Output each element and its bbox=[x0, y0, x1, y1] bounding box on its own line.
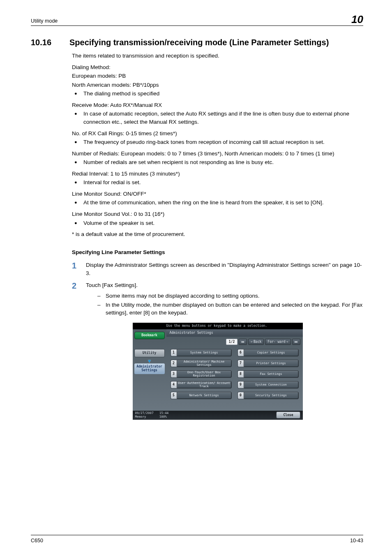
fax-settings-button[interactable]: Fax Settings bbox=[244, 370, 299, 378]
procedure-heading: Specifying Line Parameter Settings bbox=[72, 248, 363, 257]
line-monitor-sound-bullet: At the time of communication, when the r… bbox=[72, 199, 363, 207]
rx-rings-bullet: The frequency of pseudo ring-back tones … bbox=[72, 138, 363, 146]
section-title: 10.16Specifying transmission/receiving m… bbox=[31, 37, 363, 49]
menu-number: 0 bbox=[238, 392, 244, 399]
page-footer: C650 10-43 bbox=[31, 535, 363, 544]
system-settings-button[interactable]: System Settings bbox=[177, 349, 232, 356]
section-heading-text: Specifying transmission/receiving mode (… bbox=[69, 38, 329, 47]
hint-text: Use the menu buttons or keypad to make a… bbox=[166, 324, 267, 328]
menu-number: 2 bbox=[171, 360, 177, 367]
redials-label: Number of Redials: European models: 0 to… bbox=[72, 150, 363, 158]
header-section: Utility mode bbox=[31, 17, 58, 25]
header-chapter: 10 bbox=[351, 14, 363, 25]
network-settings-button[interactable]: Network Settings bbox=[177, 392, 232, 399]
dialing-method-na: North American models: PB*/10pps bbox=[72, 81, 363, 89]
receive-mode-bullet: In case of automatic reception, select t… bbox=[72, 110, 363, 126]
menu-number: 9 bbox=[238, 381, 244, 388]
redials-bullet: Number of redials are set when recipient… bbox=[72, 158, 363, 166]
printer-settings-button[interactable]: Printer Settings bbox=[244, 360, 299, 367]
step-text: Display the Administrator Settings scree… bbox=[86, 261, 363, 277]
close-button[interactable]: Close bbox=[276, 412, 300, 419]
step-number: 1 bbox=[72, 261, 86, 277]
bookmark-button[interactable]: Bookmark bbox=[134, 332, 165, 339]
arrow-down-icon: ▼ bbox=[134, 359, 165, 363]
step-note: Some items may not be displayed accordin… bbox=[97, 292, 363, 300]
step-text: Touch [Fax Settings]. bbox=[86, 281, 363, 289]
device-screenshot: Use the menu buttons or keypad to make a… bbox=[133, 323, 303, 420]
dialing-method-bullet: The dialing method is specified bbox=[72, 90, 363, 98]
forward-button[interactable]: For- ward → bbox=[265, 339, 291, 345]
step-note: In the Utility mode, the number displaye… bbox=[97, 301, 363, 317]
page-indicator: 1/2 bbox=[226, 339, 238, 345]
menu-number: 7 bbox=[238, 360, 244, 367]
step-1: 1 Display the Administrator Settings scr… bbox=[72, 261, 363, 277]
menu-number: 4 bbox=[171, 381, 177, 388]
user-auth-button[interactable]: User Authentication/ Account Track bbox=[177, 381, 232, 388]
footer-pageno: 10-43 bbox=[350, 537, 363, 544]
system-connection-button[interactable]: System Connection bbox=[244, 381, 299, 388]
line-monitor-sound-label: Line Monitor Sound: ON/OFF* bbox=[72, 190, 363, 198]
admin-machine-settings-button[interactable]: Administrator/ Machine Settings bbox=[177, 360, 232, 367]
line-monitor-vol-bullet: Volume of the speaker is set. bbox=[72, 219, 363, 227]
menu-number: 1 bbox=[171, 349, 177, 356]
forward-last-button[interactable]: ⏭ bbox=[292, 339, 300, 345]
section-number: 10.16 bbox=[31, 37, 69, 49]
receive-mode-label: Receive Mode: Auto RX*/Manual RX bbox=[72, 101, 363, 109]
back-button[interactable]: ← Back bbox=[248, 339, 264, 345]
footer-mem-label: Memory bbox=[135, 415, 146, 419]
line-monitor-vol-label: Line Monitor Sound Vol.: 0 to 31 (16*) bbox=[72, 210, 363, 218]
rx-rings-label: No. of RX Call Rings: 0-15 times (2 time… bbox=[72, 130, 363, 138]
nav-admin-settings[interactable]: Administrator Settings bbox=[134, 363, 165, 374]
dialing-method-eu: European models: PB bbox=[72, 72, 363, 80]
running-header: Utility mode 10 bbox=[31, 14, 363, 26]
default-note: * is a default value at the time of proc… bbox=[72, 230, 363, 238]
panel-title: Administrator Settings bbox=[166, 329, 303, 337]
intro-text: The items related to transmission and re… bbox=[72, 52, 363, 60]
one-touch-user-box-button[interactable]: One-Touch/User Box Registration bbox=[177, 370, 232, 378]
menu-number: 3 bbox=[171, 370, 177, 378]
menu-number: 6 bbox=[238, 349, 244, 356]
dialing-method-label: Dialing Method: bbox=[72, 63, 363, 72]
redial-interval-label: Redial Interval: 1 to 15 minutes (3 minu… bbox=[72, 170, 363, 178]
footer-mem-val: 100% bbox=[159, 415, 167, 419]
nav-utility-button[interactable]: Utility bbox=[134, 349, 165, 357]
menu-number: 8 bbox=[238, 370, 244, 378]
step-number: 2 bbox=[72, 281, 86, 317]
redial-interval-bullet: Interval for redial is set. bbox=[72, 178, 363, 187]
step-2: 2 Touch [Fax Settings]. Some items may n… bbox=[72, 281, 363, 317]
copier-settings-button[interactable]: Copier Settings bbox=[244, 349, 299, 356]
footer-model: C650 bbox=[31, 537, 43, 544]
menu-number: 5 bbox=[171, 392, 177, 399]
security-settings-button[interactable]: Security Settings bbox=[244, 392, 299, 399]
back-first-button[interactable]: ⏮ bbox=[239, 339, 247, 345]
